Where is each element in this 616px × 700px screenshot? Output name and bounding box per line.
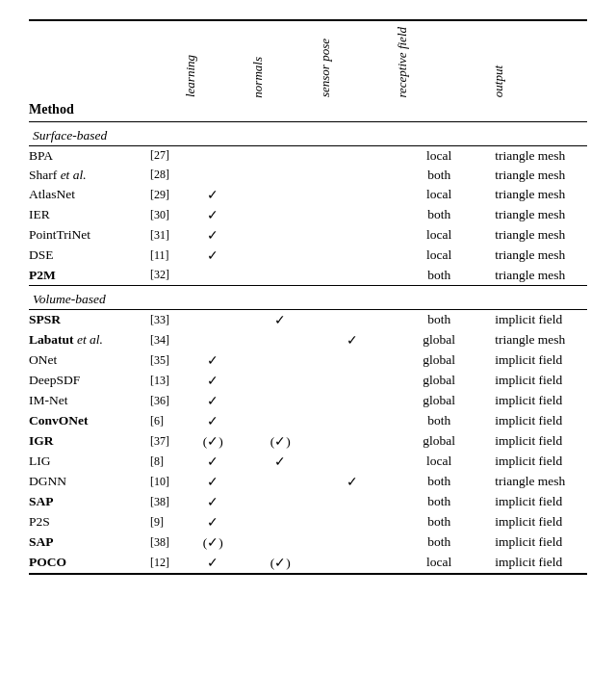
output-cell: triangle mesh <box>487 205 587 225</box>
method-name-cell: Labatut et al. <box>29 330 146 350</box>
output-cell: triangle mesh <box>487 246 587 266</box>
output-cell: triangle mesh <box>487 472 587 492</box>
sensor-pose-cell <box>314 553 391 574</box>
normals-cell <box>246 330 314 350</box>
ref-cell: [38] <box>146 492 179 512</box>
method-name-cell: SAP <box>29 532 146 553</box>
sensor-pose-cell <box>314 452 391 472</box>
sensor-pose-cell <box>314 266 391 286</box>
method-name-cell: SAP <box>29 492 146 512</box>
sensor-pose-cell <box>314 309 391 330</box>
receptive-field-cell: global <box>391 371 487 391</box>
method-name-cell: POCO <box>29 553 146 574</box>
receptive-field-cell: local <box>391 185 487 205</box>
sensor-pose-cell <box>314 411 391 431</box>
output-header-label: output <box>491 62 506 97</box>
normals-header-label: normals <box>250 53 266 98</box>
output-cell: implicit field <box>487 431 587 452</box>
sensor-pose-cell <box>314 225 391 246</box>
table-row: ONet[35]✓globalimplicit field <box>29 350 587 371</box>
sensor-pose-cell <box>314 431 391 452</box>
learning-cell <box>179 166 246 185</box>
receptive-field-cell: local <box>391 452 487 472</box>
sensor-pose-cell <box>314 391 391 411</box>
output-cell: implicit field <box>487 452 587 472</box>
normals-cell <box>246 266 314 286</box>
normals-column-header: normals <box>246 20 314 100</box>
output-column-header: output <box>487 20 587 100</box>
method-name-cell: ONet <box>29 350 146 371</box>
output-header-bottom <box>487 100 587 122</box>
normals-cell <box>246 166 314 185</box>
normals-cell <box>246 145 314 166</box>
method-name-cell: PointTriNet <box>29 225 146 246</box>
output-cell: implicit field <box>487 411 587 431</box>
learning-cell: ✓ <box>179 185 246 205</box>
receptive-field-cell: both <box>391 309 487 330</box>
ref-cell: [36] <box>146 391 179 411</box>
learning-cell: ✓ <box>179 371 246 391</box>
output-cell: implicit field <box>487 532 587 553</box>
ref-cell: [37] <box>146 431 179 452</box>
sensor-pose-header-bottom <box>314 100 391 122</box>
learning-cell: ✓ <box>179 391 246 411</box>
table-body: Surface-basedBPA[27]localtriangle meshSh… <box>29 121 587 574</box>
receptive-field-cell: both <box>391 166 487 185</box>
learning-cell: ✓ <box>179 553 246 574</box>
receptive-field-cell: both <box>391 532 487 553</box>
table-row: IGR[37](✓)(✓)globalimplicit field <box>29 431 587 452</box>
learning-cell: ✓ <box>179 492 246 512</box>
ref-cell: [6] <box>146 411 179 431</box>
receptive-field-cell: global <box>391 350 487 371</box>
ref-cell: [38] <box>146 532 179 553</box>
sensor-pose-cell <box>314 350 391 371</box>
normals-cell <box>246 371 314 391</box>
table-header-row: learning normals sensor pose receptive f… <box>29 20 587 100</box>
sensor-pose-column-header: sensor pose <box>314 20 391 100</box>
ref-cell: [34] <box>146 330 179 350</box>
method-name-cell: DeepSDF <box>29 371 146 391</box>
table-row: P2S[9]✓bothimplicit field <box>29 512 587 532</box>
learning-cell: ✓ <box>179 246 246 266</box>
sensor-pose-cell <box>314 246 391 266</box>
normals-cell <box>246 472 314 492</box>
learning-cell <box>179 266 246 286</box>
method-name-cell: IM-Net <box>29 391 146 411</box>
normals-cell <box>246 411 314 431</box>
learning-cell: (✓) <box>179 431 246 452</box>
sensor-pose-cell <box>314 512 391 532</box>
receptive-field-cell: both <box>391 512 487 532</box>
output-cell: triangle mesh <box>487 266 587 286</box>
table-row: SAP[38]✓bothimplicit field <box>29 492 587 512</box>
table-row: ConvONet[6]✓bothimplicit field <box>29 411 587 431</box>
normals-cell <box>246 532 314 553</box>
method-header-cell: Method <box>29 100 146 122</box>
sensor-pose-cell <box>314 205 391 225</box>
learning-column-header: learning <box>179 20 246 100</box>
ref-cell: [30] <box>146 205 179 225</box>
ref-column-header <box>146 20 179 100</box>
normals-cell <box>246 225 314 246</box>
sensor-pose-cell <box>314 492 391 512</box>
method-name-cell: IGR <box>29 431 146 452</box>
sensor-pose-cell <box>314 166 391 185</box>
table-row: Labatut et al.[34]✓globaltriangle mesh <box>29 330 587 350</box>
table-row: Volume-based <box>29 285 587 309</box>
ref-cell: [33] <box>146 309 179 330</box>
ref-cell: [31] <box>146 225 179 246</box>
table-row: IER[30]✓bothtriangle mesh <box>29 205 587 225</box>
output-cell: triangle mesh <box>487 225 587 246</box>
method-name-cell: AtlasNet <box>29 185 146 205</box>
receptive-field-cell: both <box>391 492 487 512</box>
sensor-pose-cell <box>314 532 391 553</box>
section-header-cell: Surface-based <box>29 121 587 145</box>
learning-cell: ✓ <box>179 225 246 246</box>
sensor-pose-cell: ✓ <box>314 472 391 492</box>
ref-cell: [28] <box>146 166 179 185</box>
ref-cell: [29] <box>146 185 179 205</box>
learning-cell: (✓) <box>179 532 246 553</box>
receptive-field-header-bottom <box>391 100 487 122</box>
output-cell: implicit field <box>487 371 587 391</box>
ref-cell: [12] <box>146 553 179 574</box>
table-row: IM-Net[36]✓globalimplicit field <box>29 391 587 411</box>
